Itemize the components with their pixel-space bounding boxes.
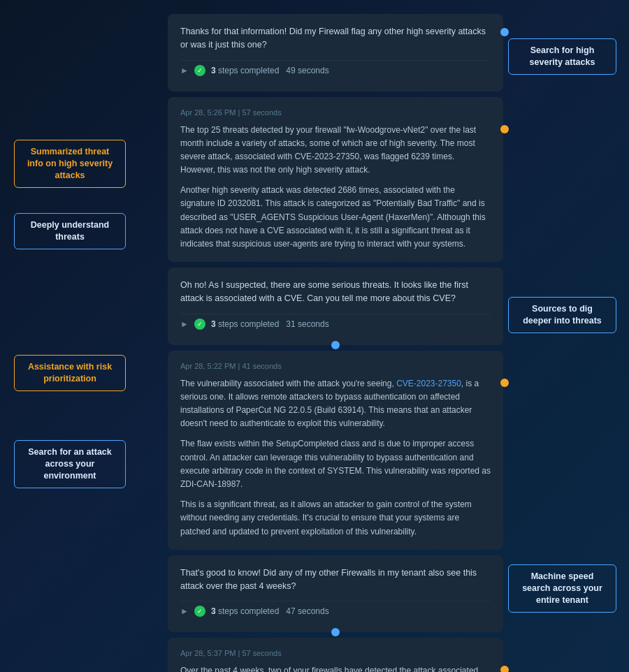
user-message-1: Thanks for that information! Did my Fire… [180,25,491,52]
connector-dot-yellow-2 [500,379,509,387]
callout-machine-speed: Machine speed search across your entire … [508,564,616,613]
user-message-2: Oh no! As I suspected, there are some se… [180,279,491,305]
response-meta-1: Apr 28, 5:26 PM | 57 seconds [180,108,491,117]
steps-row-2: ► ✓ 3 steps completed 31 seconds [180,314,491,334]
connector-dot-blue-3 [331,628,340,636]
cve-link[interactable]: CVE-2023-27350 [396,379,461,388]
callout-search-attack-env: Search for an attack across your environ… [14,440,126,488]
response-card-1: Apr 28, 5:26 PM | 57 seconds The top 25 … [168,97,503,263]
check-circle-2: ✓ [194,319,205,330]
callout-deeply-understand: Deeply understand threats [14,213,126,249]
steps-text-3: 3 steps completed 47 seconds [211,606,329,616]
steps-row-3: ► ✓ 3 steps completed 47 seconds [180,601,491,621]
user-message-card-2: Oh no! As I suspected, there are some se… [168,268,503,345]
response-para-1-2: Another high severity attack was detecte… [180,184,491,251]
user-message-3: That's good to know! Did any of my other… [180,567,491,593]
chevron-icon-2: ► [180,319,189,329]
response-para-2-1: The vulnerability associated with the at… [180,377,491,431]
response-para-1-1: The top 25 threats detected by your fire… [180,124,491,177]
response-meta-2: Apr 28, 5:22 PM | 41 seconds [180,362,491,370]
callout-sources-dig-deeper: Sources to dig deeper into threats [508,297,616,333]
check-circle-1: ✓ [194,65,205,76]
steps-text-2: 3 steps completed 31 seconds [211,319,329,329]
connector-dot-yellow-3 [500,666,509,672]
response-card-3: Apr 28, 5:37 PM | 57 seconds Over the pa… [168,638,503,672]
response-card-2: Apr 28, 5:22 PM | 41 seconds The vulnera… [168,351,503,550]
connector-dot-yellow-1 [500,125,509,133]
main-container: Summarized threat info on high severity … [0,0,629,672]
response-meta-3: Apr 28, 5:37 PM | 57 seconds [180,649,491,657]
check-circle-3: ✓ [194,606,205,617]
response-para-2-2: The flaw exists within the SetupComplete… [180,437,491,491]
user-message-card-1: Thanks for that information! Did my Fire… [168,14,503,92]
user-message-card-3: That's good to know! Did any of my other… [168,555,503,633]
callout-summarized-threat: Summarized threat info on high severity … [14,140,126,188]
chat-column: Thanks for that information! Did my Fire… [168,14,503,672]
callout-search-high-severity: Search for high severity attacks [508,38,616,75]
response-para-2-3: This is a significant threat, as it allo… [180,498,491,539]
chevron-icon-1: ► [180,66,189,75]
connector-dot-blue-2 [331,341,340,349]
callout-assistance-risk: Assistance with risk prioritization [14,355,126,391]
steps-row-1: ► ✓ 3 steps completed 49 seconds [180,60,491,80]
response-intro-3: Over the past 4 weeks, two of your firew… [180,664,491,672]
connector-dot-blue-1 [500,28,509,36]
steps-text-1: 3 steps completed 49 seconds [211,66,329,75]
chevron-icon-3: ► [180,606,189,616]
